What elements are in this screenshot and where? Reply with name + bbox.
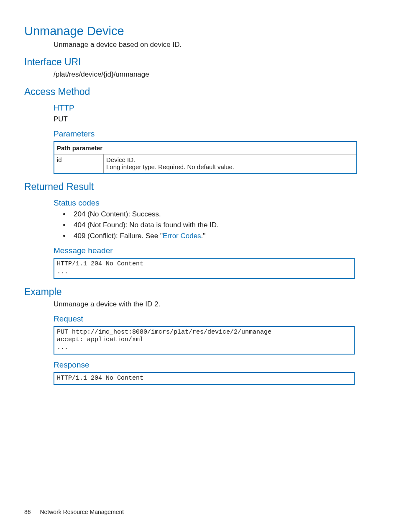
response-heading: Response <box>54 360 375 370</box>
returned-result-heading: Returned Result <box>24 181 375 193</box>
list-item: 404 (Not Found): No data is found with t… <box>70 221 375 229</box>
parameters-table: Path parameter id Device ID. Long intege… <box>54 141 357 174</box>
list-item: 204 (No Content): Success. <box>70 210 375 218</box>
example-intro: Unmanage a device with the ID 2. <box>54 300 375 308</box>
http-heading: HTTP <box>54 103 375 113</box>
list-item: 409 (Conflict): Failure. See "Error Code… <box>70 232 375 240</box>
page-footer: 86 Network Resource Management <box>24 509 124 515</box>
parameters-heading: Parameters <box>54 129 375 139</box>
status-list: 204 (No Content): Success. 404 (Not Foun… <box>62 210 375 240</box>
message-header-code: HTTP/1.1 204 No Content ... <box>54 258 355 279</box>
interface-uri-value: /plat/res/device/{id}/unmanage <box>54 70 375 79</box>
request-heading: Request <box>54 314 375 324</box>
interface-uri-heading: Interface URI <box>24 57 375 68</box>
param-desc-line1: Device ID. <box>106 156 354 163</box>
footer-section: Network Resource Management <box>40 509 124 515</box>
page-number: 86 <box>24 509 31 515</box>
page-container: Unmanage Device Unmanage a device based … <box>0 0 399 532</box>
param-desc-line2: Long integer type. Required. No default … <box>106 163 354 170</box>
table-row: id Device ID. Long integer type. Require… <box>54 154 357 174</box>
response-code: HTTP/1.1 204 No Content <box>54 372 355 385</box>
message-header-heading: Message header <box>54 246 375 255</box>
table-header: Path parameter <box>54 141 357 154</box>
request-code: PUT http://imc_host:8080/imcrs/plat/res/… <box>54 326 355 355</box>
table-header-row: Path parameter <box>54 141 357 154</box>
param-name-cell: id <box>54 154 104 174</box>
status-codes-heading: Status codes <box>54 198 375 208</box>
intro-text: Unmanage a device based on device ID. <box>54 41 375 49</box>
status-text-suffix: ." <box>201 232 206 240</box>
example-heading: Example <box>24 286 375 298</box>
access-method-heading: Access Method <box>24 86 375 98</box>
param-desc-cell: Device ID. Long integer type. Required. … <box>104 154 357 174</box>
page-title: Unmanage Device <box>24 24 375 38</box>
error-codes-link[interactable]: Error Codes <box>163 232 201 240</box>
status-text-prefix: 409 (Conflict): Failure. See " <box>74 232 163 240</box>
http-value: PUT <box>54 115 375 123</box>
